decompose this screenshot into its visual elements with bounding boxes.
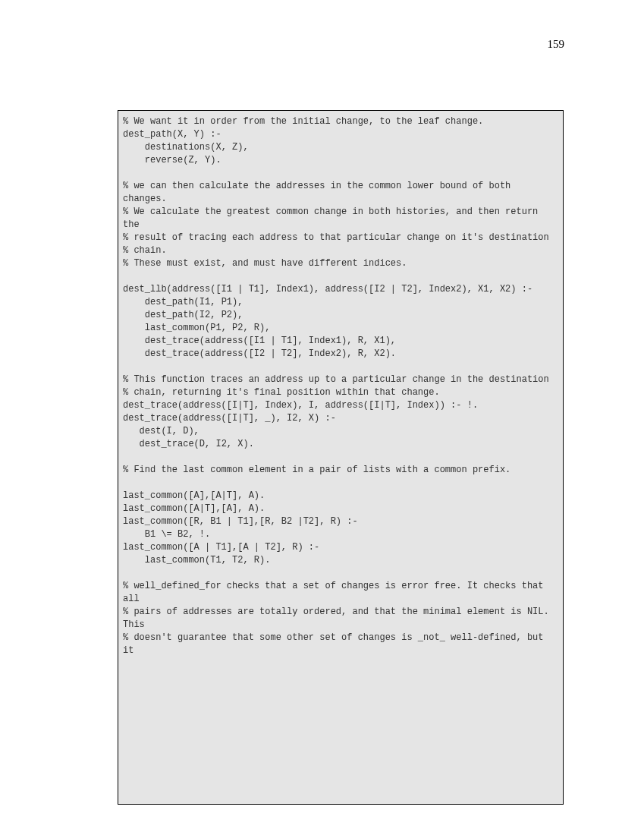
page-number: 159 xyxy=(548,38,565,51)
code-content: % We want it in order from the initial c… xyxy=(123,115,558,657)
code-listing: % We want it in order from the initial c… xyxy=(118,110,564,805)
